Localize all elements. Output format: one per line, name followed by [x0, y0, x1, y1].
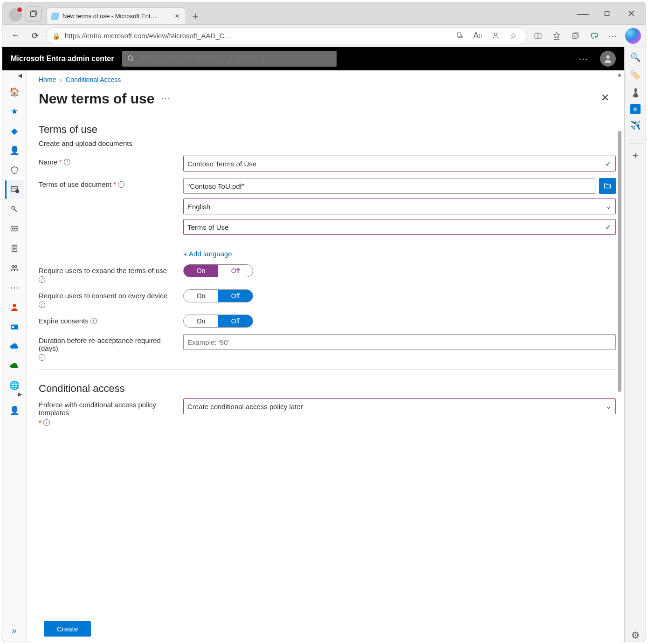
page-title: New terms of use ··· — [39, 91, 170, 107]
name-input[interactable] — [183, 156, 616, 171]
toggle-on[interactable]: On — [184, 315, 218, 327]
vertical-scrollbar[interactable]: ▲ ▼ — [617, 70, 621, 642]
chevron-right-icon: › — [60, 76, 62, 83]
nav-person-icon[interactable]: 👤 — [5, 401, 24, 420]
nav-expand-icon[interactable]: » — [5, 621, 24, 640]
favorites-list-icon[interactable] — [549, 28, 565, 44]
browser-tabstrip: New terms of use - Microsoft Ent… × ＋ — … — [2, 2, 646, 25]
window-restore-icon[interactable] — [599, 6, 615, 21]
nav-policies-icon[interactable] — [5, 239, 24, 258]
entra-body: ◀ 🏠 ★ ◆ 👤 — [2, 70, 624, 642]
nav-more-icon[interactable]: ⋯ — [5, 278, 24, 297]
ca-template-value: Create conditional access policy later — [187, 403, 303, 411]
nav-groups-icon[interactable] — [5, 259, 24, 277]
nav-refresh-icon[interactable]: ⟳ — [27, 27, 43, 44]
blade-close-icon[interactable]: ✕ — [598, 89, 612, 107]
sidebar-search-icon[interactable]: 🔍 — [629, 51, 642, 64]
health-icon[interactable] — [586, 28, 602, 44]
sidebar-send-icon[interactable]: ✈️ — [629, 119, 642, 132]
nav-badge-icon[interactable] — [5, 317, 24, 336]
duration-label: Duration before re-acceptance required (… — [39, 334, 174, 361]
svg-point-25 — [12, 266, 14, 268]
app-install-icon[interactable] — [452, 28, 468, 44]
nav-conditional-access-icon[interactable] — [5, 180, 24, 199]
svg-point-20 — [15, 228, 16, 229]
info-icon[interactable]: i — [118, 181, 124, 188]
svg-point-3 — [494, 33, 497, 36]
toggle-off[interactable]: Off — [218, 315, 253, 327]
ca-template-select[interactable]: Create conditional access policy later — [183, 398, 616, 414]
nav-collapse-icon[interactable]: ◀ — [18, 72, 25, 82]
breadcrumb-conditional-access[interactable]: Conditional Access — [66, 76, 121, 83]
tab-actions-icon[interactable] — [26, 7, 41, 21]
toggle-off[interactable]: Off — [218, 290, 253, 302]
browser-tab[interactable]: New terms of use - Microsoft Ent… × — [46, 7, 186, 24]
browse-button[interactable] — [599, 178, 616, 194]
user-avatar[interactable] — [600, 51, 616, 67]
content-pane: ▲ ▼ Home › Conditional Access New terms … — [27, 70, 624, 642]
read-aloud-icon[interactable]: A⟩⟩ — [470, 28, 486, 44]
new-tab-button[interactable]: ＋ — [188, 8, 203, 23]
page-more-icon[interactable]: ··· — [162, 95, 170, 103]
window-minimize-icon[interactable]: — — [575, 6, 591, 21]
expire-consents-toggle[interactable]: On Off — [183, 315, 253, 328]
info-icon[interactable]: i — [39, 301, 45, 308]
nav-keys-icon[interactable] — [5, 200, 24, 219]
name-label: Name* i — [39, 156, 174, 166]
tab-close-icon[interactable]: × — [173, 13, 181, 20]
info-icon[interactable]: i — [39, 354, 45, 361]
nav-home-icon[interactable]: 🏠 — [5, 82, 24, 101]
favorite-star-icon[interactable]: ☆ — [505, 28, 521, 44]
info-icon[interactable]: i — [43, 419, 50, 426]
section-terms-of-use-sub: Create and upload documents — [39, 139, 616, 147]
nav-identity-icon[interactable]: ◆ — [5, 122, 24, 140]
consent-every-toggle[interactable]: On Off — [183, 289, 253, 302]
profile-pill-icon[interactable] — [488, 28, 503, 44]
tou-title-input[interactable] — [183, 219, 616, 235]
address-box[interactable]: 🔒 https://entra.microsoft.com/#view/Micr… — [46, 27, 527, 44]
svg-point-12 — [606, 55, 609, 59]
sidebar-add-icon[interactable]: ＋ — [629, 149, 642, 162]
info-icon[interactable]: i — [64, 159, 70, 165]
sidebar-outlook-icon[interactable]: o — [630, 104, 641, 114]
sidebar-games-icon[interactable]: ♟️ — [629, 86, 642, 99]
global-search-input[interactable] — [138, 55, 332, 63]
url-text: https://entra.microsoft.com/#view/Micros… — [65, 32, 448, 40]
language-select[interactable]: English — [183, 199, 616, 214]
nav-users-icon[interactable]: 👤 — [5, 141, 24, 160]
header-more-icon[interactable]: ⋯ — [575, 50, 592, 67]
toggle-on[interactable]: On — [184, 290, 218, 302]
nav-protection-icon[interactable] — [5, 161, 24, 179]
nav-cloud-icon[interactable] — [5, 337, 24, 356]
info-icon[interactable]: i — [90, 318, 97, 324]
copilot-icon[interactable] — [625, 28, 641, 44]
breadcrumb-home[interactable]: Home — [39, 76, 56, 83]
svg-point-18 — [12, 228, 13, 229]
toggle-on[interactable]: On — [184, 265, 218, 277]
svg-point-27 — [13, 304, 16, 307]
document-file-input[interactable] — [183, 178, 595, 194]
nav-scroll-down-icon[interactable]: ▶ — [18, 391, 25, 400]
svg-point-10 — [128, 55, 132, 60]
info-icon[interactable]: i — [39, 276, 45, 283]
browser-profile-avatar[interactable] — [9, 8, 22, 21]
require-expand-toggle[interactable]: On Off — [183, 264, 253, 277]
nav-back-icon[interactable]: ← — [7, 27, 24, 44]
nav-password-icon[interactable] — [5, 219, 24, 238]
nav-favorites-icon[interactable]: ★ — [5, 102, 24, 121]
add-language-link[interactable]: + Add language — [183, 250, 616, 258]
split-screen-icon[interactable] — [530, 28, 546, 44]
collections-icon[interactable] — [567, 28, 583, 44]
toggle-off[interactable]: Off — [218, 265, 253, 277]
create-button[interactable]: Create — [44, 621, 91, 637]
more-browser-icon[interactable]: ⋯ — [605, 28, 620, 44]
nav-cloud-green-icon[interactable] — [5, 356, 24, 375]
nav-external-icon[interactable] — [5, 298, 24, 316]
entra-left-nav: ◀ 🏠 ★ ◆ 👤 — [2, 70, 27, 642]
window-close-icon[interactable]: ✕ — [623, 6, 639, 21]
sidebar-shopping-icon[interactable]: 🏷️ — [629, 69, 642, 82]
tab-title: New terms of use - Microsoft Ent… — [62, 13, 170, 20]
global-search[interactable] — [122, 51, 337, 67]
sidebar-settings-icon[interactable]: ⚙ — [629, 629, 642, 642]
duration-input[interactable] — [183, 334, 616, 350]
